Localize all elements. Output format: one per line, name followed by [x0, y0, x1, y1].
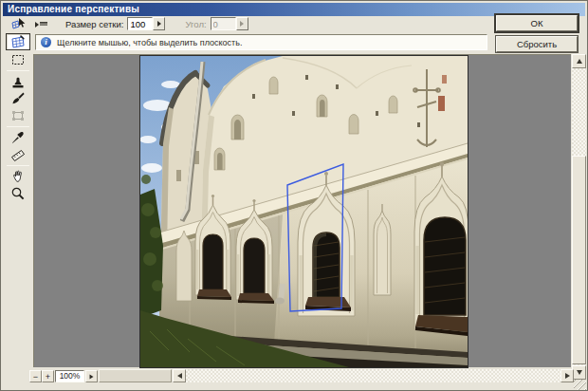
right-triangle-icon — [240, 21, 244, 27]
hand-tool[interactable] — [6, 168, 30, 184]
info-icon — [41, 37, 51, 47]
hand-icon — [10, 169, 26, 184]
tool-palette — [4, 16, 32, 379]
ok-button[interactable]: ОК — [496, 15, 578, 31]
zoom-out-button[interactable]: − — [29, 370, 42, 382]
brush-icon — [10, 91, 26, 106]
scroll-up-button[interactable] — [572, 54, 586, 68]
measure-icon — [10, 147, 26, 162]
toolbar-separator — [7, 126, 29, 127]
marquee-tool[interactable] — [6, 51, 30, 67]
options-bar: Размер сетки: Угол: — [33, 15, 248, 32]
transform-tool[interactable] — [6, 107, 30, 123]
left-arrow-icon — [177, 373, 182, 379]
stamp-icon — [10, 74, 26, 89]
status-panel — [99, 369, 172, 382]
hint-bar: Щелкните мышью, чтобы выделить плоскость… — [35, 34, 487, 50]
eyedropper-icon — [10, 130, 26, 145]
zoom-in-button[interactable]: + — [42, 370, 54, 382]
grid-size-input[interactable] — [127, 17, 153, 30]
dialog-titlebar[interactable]: Исправление перспективы — [3, 3, 585, 16]
reset-button[interactable]: Сбросить — [496, 36, 578, 52]
zoom-level-input[interactable]: 100% — [55, 370, 84, 382]
grid-size-dropdown-button[interactable] — [153, 17, 165, 30]
down-arrow-icon — [577, 370, 582, 375]
up-arrow-icon — [577, 59, 582, 64]
right-triangle-icon — [157, 21, 161, 27]
right-arrow-icon — [565, 373, 570, 379]
scroll-down-button[interactable] — [572, 365, 586, 380]
photo-image[interactable] — [139, 55, 469, 368]
angle-dropdown-button[interactable] — [236, 17, 248, 30]
preview-canvas[interactable] — [33, 54, 571, 367]
vertical-scrollbar[interactable] — [572, 54, 586, 380]
angle-label: Угол: — [185, 19, 206, 29]
magnifier-icon — [10, 186, 26, 201]
brush-tool[interactable] — [6, 90, 30, 106]
dialog-title: Исправление перспективы — [8, 4, 139, 14]
stamp-tool[interactable] — [6, 73, 30, 89]
scroll-left-button[interactable] — [173, 369, 186, 382]
toolbar-separator — [7, 70, 29, 71]
resize-grip[interactable] — [574, 380, 586, 390]
measure-tool[interactable] — [6, 146, 30, 162]
grid-size-label: Размер сетки: — [65, 19, 123, 29]
hint-text: Щелкните мышью, чтобы выделить плоскость… — [57, 38, 242, 47]
edit-plane-icon — [10, 17, 26, 32]
zoom-tool[interactable] — [6, 185, 30, 201]
transform-icon — [10, 108, 26, 123]
angle-input[interactable] — [211, 17, 236, 30]
create-plane-tool[interactable] — [6, 33, 30, 50]
toolbar-separator — [7, 165, 29, 166]
eyedropper-tool[interactable] — [6, 129, 30, 145]
flyout-menu-icon[interactable] — [35, 19, 47, 29]
carved-pilaster — [176, 231, 192, 301]
horizontal-scroll-track[interactable] — [186, 369, 560, 382]
vertical-scroll-thumb[interactable] — [572, 156, 586, 364]
edit-plane-tool[interactable] — [6, 16, 30, 32]
zoom-dropdown-button[interactable] — [85, 370, 98, 382]
scroll-right-button[interactable] — [560, 369, 574, 382]
create-plane-icon — [10, 34, 26, 49]
marquee-icon — [10, 52, 26, 67]
right-triangle-icon — [90, 374, 94, 379]
vanishing-point-dialog: Исправление перспективы — [0, 0, 588, 391]
